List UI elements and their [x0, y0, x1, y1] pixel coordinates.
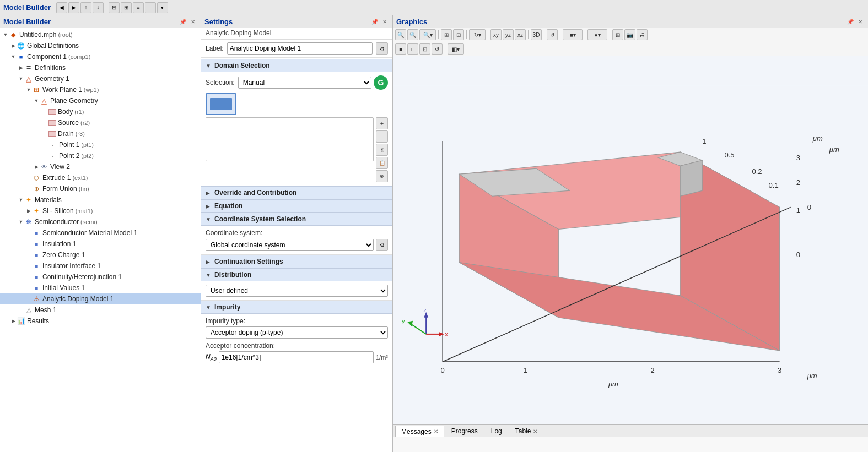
selection-green-btn[interactable]: G	[374, 75, 388, 90]
panel-close[interactable]: ✕	[188, 17, 197, 26]
domain-selection-header[interactable]: ▼ Domain Selection	[201, 59, 392, 72]
tree-toggle-comp1[interactable]: ▼	[10, 53, 17, 60]
tree-toggle-mat1[interactable]: ▶	[25, 208, 32, 214]
render-mode-btn[interactable]: ■▾	[563, 29, 583, 40]
add-domain-btn[interactable]: +	[376, 117, 388, 129]
tree-item-insulation1[interactable]: ▶ ■ Insulation 1	[0, 238, 201, 249]
refresh-btn[interactable]: ↺	[547, 29, 558, 40]
copy-domain-btn[interactable]: ⎘	[376, 144, 388, 156]
tb-more[interactable]: ▾	[157, 2, 168, 13]
tree-item-extrude1[interactable]: ▶ ⬡ Extrude 1 (ext1)	[0, 172, 201, 183]
nav-forward[interactable]: ▶	[68, 2, 79, 13]
tree-toggle-planegeom[interactable]: ▼	[33, 97, 40, 104]
tb-list1[interactable]: ≡	[133, 2, 144, 13]
tree-item-plane-geometry[interactable]: ▼ △ Plane Geometry	[0, 95, 201, 106]
tree-item-mesh1[interactable]: ▶ △ Mesh 1	[0, 304, 201, 315]
tree-toggle-materials[interactable]: ▼	[18, 197, 24, 203]
tree-item-drain[interactable]: ▶ Drain (r3)	[0, 128, 201, 139]
tree-item-geometry1[interactable]: ▼ △ Geometry 1	[0, 73, 201, 84]
view-more-btn[interactable]: ●▾	[587, 29, 607, 40]
tree-item-body[interactable]: ▶ Body (r1)	[0, 106, 201, 117]
tab-messages[interactable]: Messages ✕	[395, 426, 444, 437]
tree-item-form-union[interactable]: ▶ ⊕ Form Union (fin)	[0, 183, 201, 194]
coord-system-dropdown[interactable]: Global coordinate system	[206, 239, 374, 251]
coord-settings-btn[interactable]: ⚙	[376, 239, 388, 251]
select-all-btn[interactable]: ⊞	[441, 29, 452, 40]
zoom-out-btn[interactable]: 🔍	[407, 29, 418, 40]
tree-toggle-defs[interactable]: ▶	[18, 64, 24, 71]
tree-item-semi-material[interactable]: ▶ ■ Semiconductor Material Model 1	[0, 227, 201, 238]
tree-item-semiconductor[interactable]: ▼ ❋ Semiconductor (semi)	[0, 216, 201, 227]
tree-item-materials[interactable]: ▼ ✦ Materials	[0, 194, 201, 205]
tree-item-source[interactable]: ▶ Source (r2)	[0, 117, 201, 128]
tree-item-root[interactable]: ▼ ◆ Untitled.mph (root)	[0, 29, 201, 40]
tree-toggle-view2[interactable]: ▶	[33, 164, 40, 170]
tab-table-close[interactable]: ✕	[533, 428, 537, 434]
tree-item-component1[interactable]: ▼ ■ Component 1 (comp1)	[0, 51, 201, 62]
nav-down[interactable]: ↓	[93, 2, 104, 13]
label-input[interactable]	[227, 42, 373, 55]
3d-view-btn[interactable]: 3D	[531, 29, 542, 40]
zoom-box-btn[interactable]: ⊡	[419, 43, 430, 55]
tree-item-definitions[interactable]: ▶ = Definitions	[0, 62, 201, 73]
tb-collapse[interactable]: ⊟	[109, 2, 120, 13]
tree-item-insulator-interface[interactable]: ▶ ■ Insulator Interface 1	[0, 260, 201, 271]
settings-pin[interactable]: 📌	[370, 17, 379, 26]
impurity-type-dropdown[interactable]: Acceptor doping (p-type) Donor doping (n…	[206, 326, 388, 339]
annotation-btn[interactable]: ⊞	[612, 29, 623, 40]
tab-log[interactable]: Log	[485, 425, 508, 437]
tb-list2[interactable]: ≣	[145, 2, 156, 13]
tree-item-results[interactable]: ▶ 📊 Results	[0, 315, 201, 326]
selection-dropdown[interactable]: Manual All domains	[238, 77, 371, 89]
panel-pin[interactable]: 📌	[179, 17, 187, 26]
axes-xy-btn[interactable]: xy	[490, 29, 502, 40]
graphics-pin[interactable]: 📌	[846, 17, 855, 26]
graphics-close[interactable]: ✕	[856, 17, 865, 26]
override-header[interactable]: ▶ Override and Contribution	[201, 186, 392, 199]
zoom-custom-btn[interactable]: 🔍▾	[419, 29, 436, 40]
tab-messages-close[interactable]: ✕	[434, 428, 438, 434]
select-domain-btn[interactable]: ■	[395, 43, 406, 55]
rotate3d-btn[interactable]: ↺	[432, 43, 443, 55]
tree-item-point1[interactable]: ▶ • Point 1 (pt1)	[0, 139, 201, 150]
continuation-header[interactable]: ▶ Continuation Settings	[201, 255, 392, 268]
tree-toggle-semi[interactable]: ▼	[18, 219, 24, 225]
tree-item-workplane1[interactable]: ▼ ⊞ Work Plane 1 (wp1)	[0, 84, 201, 95]
distribution-header[interactable]: ▼ Distribution	[201, 268, 392, 281]
move-domain-btn[interactable]: ⊕	[376, 170, 388, 182]
axes-xz-btn[interactable]: xz	[515, 29, 526, 40]
equation-header[interactable]: ▶ Equation	[201, 199, 392, 213]
tree-item-point2[interactable]: ▶ • Point 2 (pt2)	[0, 150, 201, 161]
tree-item-continuity[interactable]: ▶ ■ Continuity/Heterojunction 1	[0, 271, 201, 282]
tree-toggle-root[interactable]: ▼	[2, 31, 9, 38]
tree-toggle-global[interactable]: ▶	[10, 42, 17, 49]
remove-domain-btn[interactable]: −	[376, 130, 388, 143]
nav-back[interactable]: ◀	[56, 2, 67, 13]
select-boundary-btn[interactable]: □	[407, 43, 418, 55]
tab-progress[interactable]: Progress	[445, 425, 484, 437]
paste-domain-btn[interactable]: 📋	[376, 157, 388, 169]
rotate-btn[interactable]: ↻▾	[469, 29, 486, 40]
domain-list-area[interactable]	[206, 117, 374, 161]
nav-up[interactable]: ↑	[80, 2, 91, 13]
tree-item-si-silicon[interactable]: ▶ ✦ Si - Silicon (mat1)	[0, 205, 201, 216]
impurity-header[interactable]: ▼ Impurity	[201, 301, 392, 314]
na0-input[interactable]	[219, 351, 374, 363]
tree-item-analytic-doping[interactable]: ▶ ⚠ Analytic Doping Model 1	[0, 293, 201, 304]
tree-toggle-geom1[interactable]: ▼	[18, 75, 24, 82]
tree-toggle-results[interactable]: ▶	[10, 318, 17, 324]
distribution-dropdown[interactable]: User defined	[206, 285, 388, 297]
tree-item-zero-charge[interactable]: ▶ ■ Zero Charge 1	[0, 249, 201, 260]
label-settings-btn[interactable]: ⚙	[376, 42, 388, 55]
tree-item-view2[interactable]: ▶ 👁 View 2	[0, 161, 201, 172]
tree-item-global-defs[interactable]: ▶ 🌐 Global Definitions	[0, 40, 201, 51]
print-btn[interactable]: 🖨	[637, 29, 648, 40]
settings-close[interactable]: ✕	[380, 17, 389, 26]
zoom-in-btn[interactable]: 🔍	[395, 29, 406, 40]
tree-item-initial-values[interactable]: ▶ ■ Initial Values 1	[0, 282, 201, 293]
transparency-btn[interactable]: ◧▾	[448, 43, 464, 55]
tb-expand[interactable]: ⊞	[121, 2, 132, 13]
fit-to-window-btn[interactable]: ⊡	[453, 29, 464, 40]
tab-table[interactable]: Table ✕	[509, 425, 544, 437]
coord-system-header[interactable]: ▼ Coordinate System Selection	[201, 213, 392, 226]
